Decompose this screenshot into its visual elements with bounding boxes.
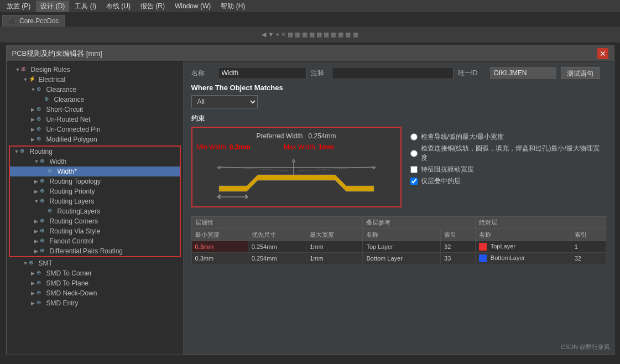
group-header-layer: 层属性 <box>191 217 363 229</box>
max-value: 1mm <box>319 143 334 151</box>
tree-item-clearance-group[interactable]: ▼ ⊕ Clearance <box>7 85 183 95</box>
routing-highlight-box: ▼ ⊕ Routing ▼ ⊕ Width ⊕ Width* <box>9 145 181 257</box>
name-row: 名称 注释 唯一ID 测试语句 <box>191 67 606 79</box>
tree-item-smt-corner[interactable]: ▶ ⊕ SMD To Corner <box>7 268 183 278</box>
arrow-routing-layers: ▼ <box>34 199 40 204</box>
name-label: 名称 <box>191 69 213 78</box>
comment-input[interactable] <box>332 67 454 79</box>
constraint-label: 约束 <box>191 114 606 123</box>
check-label-2: 检查连接铜(线轨，圆弧，填充，焊盘和过孔)最小/最大物理宽度 <box>421 144 606 163</box>
label-width: Width* <box>58 168 77 175</box>
check-layers-only[interactable] <box>410 178 418 185</box>
check-label-1: 检查导线/弧的最大/最小宽度 <box>421 132 504 142</box>
check-physical[interactable] <box>410 150 418 157</box>
watermark: CSDN @野行穿风 <box>561 343 610 351</box>
arrow-width-group: ▼ <box>34 159 40 164</box>
tree-item-smt-neckdown[interactable]: ▶ ⊕ SMD Neck-Down <box>7 288 183 298</box>
table-row: 0.3mm 0.254mm 1mm Top Layer 32 TopLayer … <box>191 241 606 253</box>
wire-svg <box>197 155 396 200</box>
routing-layers-icon: ⊕ <box>40 197 48 205</box>
cell-ref-name: Bottom Layer <box>363 253 441 264</box>
check-row-3: 特征阻抗驱动宽度 <box>410 165 606 174</box>
menu-route[interactable]: 布线 (U) <box>102 1 135 12</box>
label-un-routed-net: Un-Routed Net <box>46 116 91 123</box>
tree-item-un-connected-pin[interactable]: ▶ ⊕ Un-Connected Pin <box>7 124 183 134</box>
menu-window[interactable]: Window (W) <box>170 1 215 11</box>
label-clearance: Clearance <box>54 96 85 103</box>
test-button[interactable]: 测试语句 <box>561 67 600 79</box>
arrow-routing: ▼ <box>14 149 20 154</box>
arrow-un-connected-pin: ▶ <box>31 127 37 132</box>
arrow-smt-corner: ▶ <box>31 271 37 276</box>
tree-item-routing-priority[interactable]: ▶ ⊕ Routing Priority <box>10 186 180 196</box>
group-header-abs: 绝对层 <box>475 217 606 229</box>
arrow-routing-corners: ▶ <box>34 219 40 224</box>
pcb-rules-dialog: PCB规则及约束编辑器 [mm] ✕ ▼ ⊞ Design Rules ▼ ⚡ … <box>6 45 614 355</box>
checkbox-panel: 检查导线/弧的最大/最小宽度 检查连接铜(线轨，圆弧，填充，焊盘和过孔)最小/最… <box>410 127 606 188</box>
label-width-group: Width <box>50 158 67 165</box>
tree-item-short-circuit[interactable]: ▶ ⊕ Short-Circuit <box>7 105 183 115</box>
tree-item-smt[interactable]: ▼ ⊕ SMT <box>7 258 183 268</box>
min-max-row: Min Width 0.3mm Max Width 1mm <box>197 143 396 151</box>
tree-item-fanout-control[interactable]: ▶ ⊕ Fanout Control <box>10 236 180 246</box>
uid-input[interactable] <box>490 67 556 79</box>
where-section: Where The Object Matches All Net Net Cla… <box>191 84 606 108</box>
tree-item-smt-entry[interactable]: ▶ ⊕ SMD Entry <box>7 298 183 308</box>
tree-item-electrical[interactable]: ▼ ⚡ Electrical <box>7 75 183 85</box>
tabbar: ⬛ Core.PcbDoc <box>0 12 620 27</box>
arrow-modified-polygon: ▶ <box>31 137 37 142</box>
tree-item-un-routed-net[interactable]: ▶ ⊕ Un-Routed Net <box>7 115 183 124</box>
fanout-control-icon: ⊕ <box>40 237 48 245</box>
label-design-rules: Design Rules <box>31 66 70 74</box>
min-field: Min Width 0.3mm <box>197 143 251 151</box>
tree-item-design-rules[interactable]: ▼ ⊞ Design Rules <box>7 65 183 75</box>
content-panel: 名称 注释 唯一ID 测试语句 Where The Object Matches… <box>184 61 614 355</box>
tree-item-modified-polygon[interactable]: ▶ ⊕ Modified Polygon <box>7 134 183 144</box>
svg-line-5 <box>299 167 374 171</box>
arrow-routing-via-style: ▶ <box>34 228 40 234</box>
pcb-tab[interactable]: ⬛ Core.PcbDoc <box>2 15 65 27</box>
un-routed-icon: ⊕ <box>37 116 44 123</box>
tree-item-routing-topology[interactable]: ▶ ⊕ Routing Topology <box>10 176 180 186</box>
cell-abs-name: TopLayer <box>475 241 571 253</box>
dialog-body: ▼ ⊞ Design Rules ▼ ⚡ Electrical ▼ ⊕ Clea… <box>7 61 614 355</box>
dialog-close-button[interactable]: ✕ <box>597 48 608 59</box>
arrow-routing-topology: ▶ <box>34 179 40 184</box>
check-row-4: 仅层叠中的层 <box>410 176 606 186</box>
check-label-4: 仅层叠中的层 <box>421 176 461 186</box>
where-dropdown[interactable]: All Net Net Class Layer <box>191 95 258 108</box>
tree-item-clearance[interactable]: ⊕ Clearance <box>7 95 183 105</box>
tree-item-width[interactable]: ⊕ Width* <box>10 167 180 176</box>
label-clearance-group: Clearance <box>46 86 77 93</box>
tree-item-routing-layers-item[interactable]: ⊕ RoutingLayers <box>10 206 180 216</box>
menu-report[interactable]: 报告 (R) <box>136 1 169 12</box>
label-un-connected-pin: Un-Connected Pin <box>46 126 101 133</box>
menu-tools[interactable]: 工具 (I) <box>70 1 101 12</box>
tree-item-routing[interactable]: ▼ ⊕ Routing <box>10 147 180 157</box>
arrow-clearance-group: ▼ <box>31 87 37 92</box>
tree-item-diff-pairs[interactable]: ▶ ⊕ Differential Pairs Routing <box>10 246 180 256</box>
check-label-3: 特征阻抗驱动宽度 <box>421 165 474 174</box>
clearance-icon: ⊕ <box>44 96 52 103</box>
arrow-un-routed-net: ▶ <box>31 117 37 122</box>
label-electrical: Electrical <box>39 76 66 84</box>
name-input[interactable] <box>218 67 306 79</box>
menu-place[interactable]: 放置 (P) <box>2 1 35 12</box>
min-value: 0.3mm <box>230 143 251 151</box>
menu-design[interactable]: 设计 (D) <box>36 1 69 12</box>
tree-item-smt-plane[interactable]: ▶ ⊕ SMD To Plane <box>7 278 183 288</box>
label-smt: SMT <box>39 259 53 267</box>
routing-icon: ⊕ <box>20 148 28 155</box>
label-routing-corners: Routing Corners <box>50 217 98 225</box>
tree-item-routing-via-style[interactable]: ▶ ⊕ Routing Via Style <box>10 226 180 236</box>
col-preferred: 优先尺寸 <box>248 229 306 241</box>
tree-item-width-group[interactable]: ▼ ⊕ Width <box>10 157 180 167</box>
cell-preferred: 0.254mm <box>248 253 306 264</box>
clearance-group-icon: ⊕ <box>37 86 44 93</box>
check-max-min[interactable] <box>410 133 418 141</box>
tree-item-routing-corners[interactable]: ▶ ⊕ Routing Corners <box>10 216 180 226</box>
check-impedance[interactable] <box>410 166 418 173</box>
tree-panel: ▼ ⊞ Design Rules ▼ ⚡ Electrical ▼ ⊕ Clea… <box>7 61 184 355</box>
tree-item-routing-layers[interactable]: ▼ ⊕ Routing Layers <box>10 196 180 206</box>
menu-help[interactable]: 帮助 (H) <box>216 1 249 12</box>
